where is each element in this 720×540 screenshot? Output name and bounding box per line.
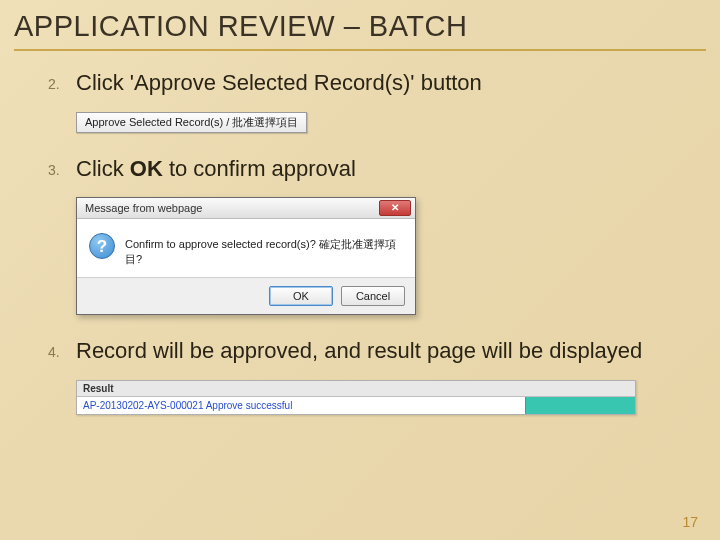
slide: APPLICATION REVIEW – BATCH 2. Click 'App… bbox=[0, 0, 720, 540]
confirm-dialog: Message from webpage ✕ ? Confirm to appr… bbox=[76, 197, 416, 315]
confirm-dialog-screenshot: Message from webpage ✕ ? Confirm to appr… bbox=[76, 197, 672, 315]
result-screenshot: Result AP-20130202-AYS-000021 Approve su… bbox=[76, 380, 672, 415]
approve-button-screenshot: Approve Selected Record(s) / 批准選擇項目 bbox=[76, 112, 672, 133]
step-number: 4. bbox=[48, 337, 76, 360]
result-cell-text: AP-20130202-AYS-000021 Approve successfu… bbox=[77, 397, 525, 414]
approve-selected-button[interactable]: Approve Selected Record(s) / 批准選擇項目 bbox=[76, 112, 307, 133]
content-area: 2. Click 'Approve Selected Record(s)' bu… bbox=[0, 51, 720, 415]
dialog-message: Confirm to approve selected record(s)? 確… bbox=[125, 233, 401, 267]
close-icon[interactable]: ✕ bbox=[379, 200, 411, 216]
step-text: Click OK to confirm approval bbox=[76, 155, 356, 184]
dialog-body: ? Confirm to approve selected record(s)?… bbox=[77, 219, 415, 277]
step-2: 2. Click 'Approve Selected Record(s)' bu… bbox=[48, 69, 672, 98]
question-icon: ? bbox=[89, 233, 115, 259]
step-3: 3. Click OK to confirm approval bbox=[48, 155, 672, 184]
step2-pre: Click ' bbox=[76, 70, 134, 95]
cancel-button[interactable]: Cancel bbox=[341, 286, 405, 306]
step3-bold: OK bbox=[130, 156, 163, 181]
table-row: AP-20130202-AYS-000021 Approve successfu… bbox=[77, 397, 635, 414]
step-number: 2. bbox=[48, 69, 76, 92]
result-cell-status bbox=[525, 397, 635, 414]
slide-title: APPLICATION REVIEW – BATCH bbox=[14, 10, 706, 51]
ok-button[interactable]: OK bbox=[269, 286, 333, 306]
dialog-footer: OK Cancel bbox=[77, 277, 415, 314]
result-table: Result AP-20130202-AYS-000021 Approve su… bbox=[76, 380, 636, 415]
approve-button-label: Approve Selected Record(s) / 批准選擇項目 bbox=[85, 115, 298, 130]
step-text: Record will be approved, and result page… bbox=[76, 337, 642, 366]
dialog-title: Message from webpage bbox=[85, 202, 202, 214]
step3-pre: Click bbox=[76, 156, 130, 181]
page-number: 17 bbox=[682, 514, 698, 530]
step-text: Click 'Approve Selected Record(s)' butto… bbox=[76, 69, 482, 98]
result-header: Result bbox=[77, 381, 635, 397]
title-wrap: APPLICATION REVIEW – BATCH bbox=[0, 10, 720, 51]
step-number: 3. bbox=[48, 155, 76, 178]
step-4: 4. Record will be approved, and result p… bbox=[48, 337, 672, 366]
step2-post: ' button bbox=[410, 70, 481, 95]
step2-mid: Approve Selected Record(s) bbox=[134, 70, 410, 95]
step3-post: to confirm approval bbox=[163, 156, 356, 181]
dialog-titlebar: Message from webpage ✕ bbox=[77, 198, 415, 219]
